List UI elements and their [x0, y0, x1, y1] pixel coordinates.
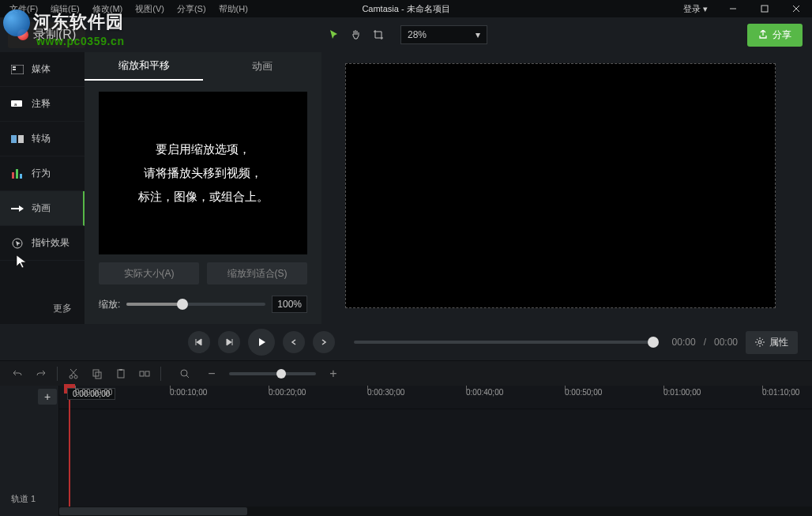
seek-slider[interactable]	[354, 341, 653, 344]
share-label: 分享	[773, 28, 791, 42]
svg-rect-7	[18, 135, 24, 143]
zoom-slider[interactable]	[126, 303, 265, 306]
properties-button[interactable]: 属性	[746, 331, 798, 354]
ruler-tick: 0:00:20;00	[269, 388, 306, 397]
animation-panel: 缩放和平移 动画 要启用缩放选项， 请将播放头移到视频， 标注，图像，或组合上。…	[85, 52, 321, 324]
menu-share[interactable]: 分享(S)	[171, 2, 212, 17]
track-label[interactable]: 轨道 1	[11, 493, 36, 505]
pointer-tool[interactable]	[325, 25, 344, 44]
sidebar-item-behaviors[interactable]: 行为	[0, 156, 85, 191]
record-label: 录制(R)	[33, 27, 76, 43]
pan-tool[interactable]	[347, 25, 366, 44]
svg-rect-9	[16, 169, 18, 179]
ruler-tick: 0:01:10;00	[762, 388, 799, 397]
cursor-effects-icon	[11, 237, 24, 250]
sidebar-item-annotations[interactable]: a注释	[0, 87, 85, 122]
svg-rect-17	[118, 370, 124, 378]
sidebar-item-cursor-effects[interactable]: 指针效果	[0, 226, 85, 261]
annotation-icon: a	[11, 98, 24, 111]
canvas-zoom-select[interactable]: 28% ▾	[400, 25, 487, 44]
svg-rect-3	[13, 69, 16, 70]
ruler-tick: 0:00:50;00	[565, 388, 602, 397]
ruler-tick: 0:00:40;00	[466, 388, 503, 397]
next-marker-button[interactable]	[313, 331, 335, 353]
timeline-tracks-header: + 轨道 1	[0, 386, 59, 516]
crop-tool[interactable]	[369, 25, 388, 44]
timeline-toolbar: − +	[0, 360, 812, 386]
canvas-area	[321, 52, 812, 324]
copy-button[interactable]	[88, 364, 107, 383]
menu-view[interactable]: 视图(V)	[129, 2, 171, 17]
zoom-value-input[interactable]: 100%	[272, 296, 307, 313]
svg-point-13	[70, 375, 73, 379]
svg-rect-2	[13, 66, 16, 68]
toolbar: 录制(R) 28% ▾ 分享	[0, 17, 812, 52]
time-current: 00:00	[672, 337, 696, 348]
close-button[interactable]	[780, 0, 812, 17]
timeline-zoom-out[interactable]: −	[202, 364, 221, 383]
svg-rect-18	[119, 369, 122, 371]
menu-file[interactable]: 文件(F)	[3, 2, 44, 17]
menu-edit[interactable]: 编辑(E)	[44, 2, 86, 17]
menu-bar: 文件(F) 编辑(E) 修改(M) 视图(V) 分享(S) 帮助(H) Camt…	[0, 0, 812, 17]
ruler-tick: 0:00:00;00	[75, 388, 112, 397]
redo-button[interactable]	[32, 364, 51, 383]
play-button[interactable]	[248, 329, 275, 356]
prev-marker-button[interactable]	[283, 331, 305, 353]
minimize-button[interactable]	[717, 0, 749, 17]
timeline-zoom-search[interactable]	[175, 364, 194, 383]
actual-size-button[interactable]: 实际大小(A)	[99, 262, 199, 284]
svg-rect-6	[11, 135, 17, 143]
chevron-down-icon: ▾	[476, 29, 480, 40]
prev-frame-button[interactable]	[188, 331, 210, 353]
next-frame-button[interactable]	[218, 331, 240, 353]
split-button[interactable]	[135, 364, 154, 383]
svg-point-21	[181, 370, 187, 376]
svg-rect-19	[140, 371, 144, 376]
record-button[interactable]: 录制(R)	[8, 22, 85, 48]
menu-modify[interactable]: 修改(M)	[86, 2, 130, 17]
canvas-zoom-value: 28%	[408, 29, 427, 40]
undo-button[interactable]	[8, 364, 27, 383]
zoom-preview: 要启用缩放选项， 请将播放头移到视频， 标注，图像，或组合上。	[99, 92, 307, 254]
time-sep: /	[704, 337, 706, 348]
sidebar-item-transitions[interactable]: 转场	[0, 122, 85, 156]
timeline-ruler[interactable]: 0:00:00;00 0:00:00;00 0:00:10;00 0:00:20…	[59, 386, 812, 409]
svg-rect-0	[761, 6, 768, 12]
svg-point-12	[758, 341, 761, 344]
gear-icon	[755, 337, 765, 347]
svg-point-14	[74, 375, 77, 379]
maximize-button[interactable]	[749, 0, 780, 17]
timeline-zoom-in[interactable]: +	[324, 364, 343, 383]
sidebar-more[interactable]: 更多	[0, 292, 85, 324]
canvas[interactable]	[345, 63, 776, 308]
cut-button[interactable]	[64, 364, 83, 383]
login-menu[interactable]: 登录 ▾	[674, 2, 717, 17]
sidebar-item-media[interactable]: 媒体	[0, 52, 85, 87]
timeline: + 轨道 1 0:00:00;00 0:00:00;00 0:00:10;00 …	[0, 386, 812, 516]
sidebar-item-animations[interactable]: 动画	[0, 191, 85, 226]
record-icon	[17, 29, 28, 40]
share-button[interactable]: 分享	[747, 24, 803, 47]
window-title: Camtasia - 未命名项目	[362, 3, 449, 15]
menu-help[interactable]: 帮助(H)	[212, 2, 254, 17]
ruler-tick: 0:00:30;00	[367, 388, 404, 397]
zoom-label: 缩放:	[99, 298, 120, 311]
timeline-zoom-slider[interactable]	[229, 372, 316, 375]
tab-animations[interactable]: 动画	[203, 52, 321, 81]
timeline-scrollbar[interactable]	[59, 507, 812, 516]
svg-rect-20	[145, 371, 149, 376]
ruler-tick: 0:01:00;00	[664, 388, 701, 397]
svg-rect-10	[20, 174, 22, 179]
tab-zoom-pan[interactable]: 缩放和平移	[85, 52, 203, 81]
time-total: 00:00	[714, 337, 738, 348]
paste-button[interactable]	[111, 364, 130, 383]
media-icon	[11, 63, 24, 76]
transition-icon	[11, 133, 24, 145]
share-icon	[758, 30, 768, 40]
scale-to-fit-button[interactable]: 缩放到适合(S)	[207, 262, 307, 284]
playback-bar: 00:00 / 00:00 属性	[0, 324, 812, 360]
sidebar: 媒体 a注释 转场 行为 动画 指针效果 更多	[0, 52, 85, 324]
behavior-icon	[11, 168, 24, 180]
add-track-button[interactable]: +	[38, 389, 57, 405]
